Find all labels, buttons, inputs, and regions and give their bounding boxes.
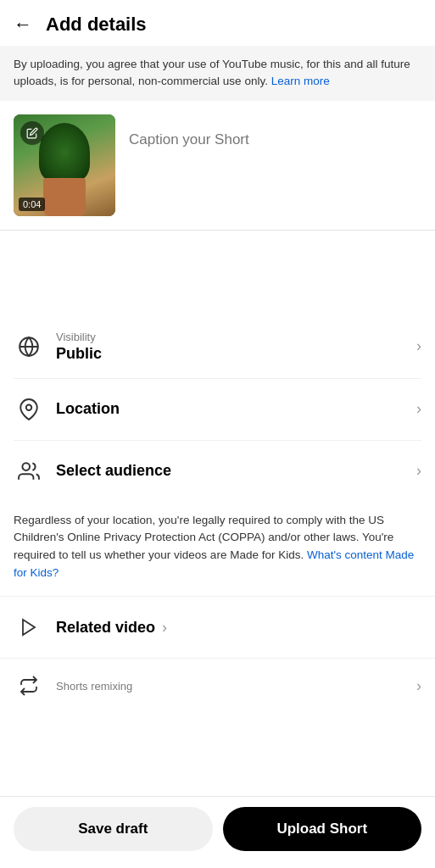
notice-banner: By uploading, you agree that your use of…: [0, 46, 435, 101]
caption-input[interactable]: [129, 131, 421, 199]
page-title: Add details: [46, 14, 147, 36]
audience-icon: [14, 456, 44, 487]
remixing-row[interactable]: Shorts remixing ›: [0, 659, 435, 706]
upload-short-button[interactable]: Upload Short: [223, 807, 422, 851]
spacer: [0, 231, 435, 315]
visibility-chevron: ›: [416, 337, 421, 355]
audience-content: Select audience: [56, 462, 410, 480]
location-content: Location: [56, 400, 410, 418]
visibility-row[interactable]: Visibility Public ›: [14, 315, 421, 379]
visibility-label: Visibility: [56, 331, 410, 343]
back-button[interactable]: ←: [14, 15, 32, 34]
visibility-value: Public: [56, 345, 410, 363]
save-draft-button[interactable]: Save draft: [14, 807, 213, 851]
visibility-content: Visibility Public: [56, 331, 410, 363]
notice-text: By uploading, you agree that your use of…: [14, 58, 410, 87]
coppa-notice: Regardless of your location, you're lega…: [0, 502, 435, 597]
related-video-label: Related video: [56, 619, 155, 637]
play-icon: [14, 612, 44, 643]
svg-point-3: [22, 463, 30, 470]
svg-point-2: [26, 404, 32, 410]
remixing-chevron: ›: [416, 677, 421, 695]
location-row[interactable]: Location ›: [14, 379, 421, 441]
settings-section: Visibility Public › Location ›: [0, 315, 435, 502]
audience-value: Select audience: [56, 462, 410, 480]
globe-icon: [14, 331, 44, 362]
learn-more-link[interactable]: Learn more: [271, 75, 330, 87]
related-video-chevron: ›: [162, 619, 167, 637]
audience-row[interactable]: Select audience ›: [14, 441, 421, 502]
location-value: Location: [56, 400, 410, 418]
edit-thumbnail-icon[interactable]: [20, 121, 44, 145]
bottom-bar: Save draft Upload Short: [0, 796, 435, 868]
video-thumbnail[interactable]: 0:04: [14, 114, 115, 216]
location-icon: [14, 394, 44, 425]
remix-icon: [14, 670, 44, 701]
page-header: ← Add details: [0, 0, 435, 46]
location-chevron: ›: [416, 400, 421, 418]
svg-marker-4: [23, 620, 35, 635]
related-video-row[interactable]: Related video ›: [0, 596, 435, 659]
caption-area: 0:04: [0, 101, 435, 230]
video-duration: 0:04: [19, 198, 45, 211]
remixing-label: Shorts remixing: [56, 680, 410, 693]
audience-chevron: ›: [416, 462, 421, 480]
